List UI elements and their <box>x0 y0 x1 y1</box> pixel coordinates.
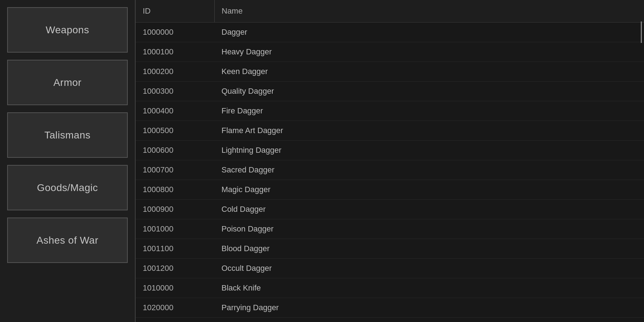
cell-id: 1000200 <box>136 62 214 82</box>
table-row[interactable]: 1000000Dagger <box>136 23 644 42</box>
table-row[interactable]: 1000800Magic Dagger <box>136 180 644 200</box>
cell-id: 1000000 <box>136 23 214 42</box>
cell-name: Heavy Dagger <box>214 42 644 62</box>
data-table: ID Name 1000000Dagger1000100Heavy Dagger… <box>136 0 644 322</box>
cell-name: Lightning Dagger <box>214 141 644 160</box>
cell-name: Dagger <box>214 23 644 42</box>
cell-name: Sacred Dagger <box>214 160 644 180</box>
table-row[interactable]: 1000400Fire Dagger <box>136 101 644 121</box>
table-row[interactable]: 1000200Keen Dagger <box>136 62 644 82</box>
cell-name: Blood Dagger <box>214 239 644 259</box>
sidebar-button-ashes-of-war[interactable]: Ashes of War <box>7 218 128 263</box>
cell-id: 1000500 <box>136 121 214 141</box>
scrollbar-indicator <box>641 21 642 43</box>
cell-name: Occult Dagger <box>214 259 644 278</box>
cell-id: 1001000 <box>136 219 214 239</box>
table-row[interactable]: 1020000Parrying Dagger <box>136 298 644 318</box>
sidebar-button-armor[interactable]: Armor <box>7 60 128 105</box>
table-row[interactable]: 1000500Flame Art Dagger <box>136 121 644 141</box>
cell-id: 1000100 <box>136 42 214 62</box>
table-row[interactable]: 1020100Heavy Parrying Dagger <box>136 318 644 322</box>
cell-name: Keen Dagger <box>214 62 644 82</box>
table-row[interactable]: 1001000Poison Dagger <box>136 219 644 239</box>
cell-name: Magic Dagger <box>214 180 644 200</box>
table-row[interactable]: 1000900Cold Dagger <box>136 200 644 219</box>
cell-name: Fire Dagger <box>214 101 644 121</box>
cell-id: 1000400 <box>136 101 214 121</box>
table-row[interactable]: 1000100Heavy Dagger <box>136 42 644 62</box>
cell-id: 1000300 <box>136 82 214 101</box>
cell-id: 1001200 <box>136 259 214 278</box>
cell-id: 1000600 <box>136 141 214 160</box>
cell-name: Parrying Dagger <box>214 298 644 318</box>
sidebar: WeaponsArmorTalismansGoods/MagicAshes of… <box>0 0 135 322</box>
table-row[interactable]: 1000700Sacred Dagger <box>136 160 644 180</box>
sidebar-button-goods-magic[interactable]: Goods/Magic <box>7 165 128 210</box>
cell-name: Black Knife <box>214 278 644 298</box>
cell-id: 1001100 <box>136 239 214 259</box>
cell-name: Flame Art Dagger <box>214 121 644 141</box>
cell-name: Heavy Parrying Dagger <box>214 318 644 322</box>
table-row[interactable]: 1000300Quality Dagger <box>136 82 644 101</box>
table-row[interactable]: 1000600Lightning Dagger <box>136 141 644 160</box>
cell-name: Cold Dagger <box>214 200 644 219</box>
table-header-row: ID Name <box>136 0 644 23</box>
cell-id: 1000900 <box>136 200 214 219</box>
column-header-name: Name <box>214 0 644 23</box>
table-row[interactable]: 1001100Blood Dagger <box>136 239 644 259</box>
column-header-id: ID <box>136 0 214 23</box>
main-content: ID Name 1000000Dagger1000100Heavy Dagger… <box>135 0 644 322</box>
table-row[interactable]: 1010000Black Knife <box>136 278 644 298</box>
cell-name: Poison Dagger <box>214 219 644 239</box>
cell-id: 1020000 <box>136 298 214 318</box>
table-row[interactable]: 1001200Occult Dagger <box>136 259 644 278</box>
cell-name: Quality Dagger <box>214 82 644 101</box>
cell-id: 1000700 <box>136 160 214 180</box>
cell-id: 1010000 <box>136 278 214 298</box>
table-wrapper[interactable]: ID Name 1000000Dagger1000100Heavy Dagger… <box>136 0 644 322</box>
sidebar-button-weapons[interactable]: Weapons <box>7 7 128 53</box>
table-body: 1000000Dagger1000100Heavy Dagger1000200K… <box>136 23 644 322</box>
cell-id: 1020100 <box>136 318 214 322</box>
sidebar-button-talismans[interactable]: Talismans <box>7 112 128 158</box>
cell-id: 1000800 <box>136 180 214 200</box>
